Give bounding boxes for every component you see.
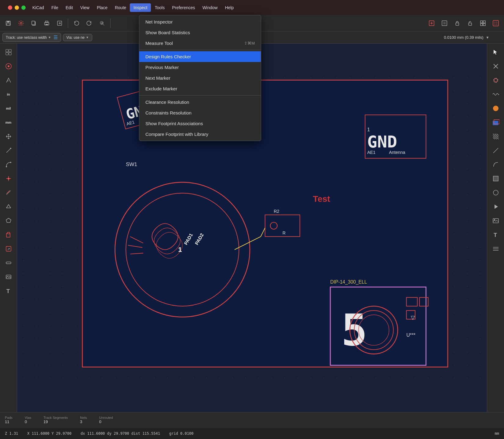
mm-unit-button[interactable]: in <box>2 88 15 101</box>
component-tool-button[interactable]: ↗ <box>2 242 15 256</box>
chip-button[interactable] <box>489 74 502 87</box>
drc-tool-button[interactable] <box>2 60 15 73</box>
menu-place[interactable]: Place <box>93 3 111 12</box>
track-width-selector[interactable]: Track: use netclass width ▼ ☰ <box>2 33 61 42</box>
inspect-dropdown-menu: Net Inspector Show Board Statistics Meas… <box>139 15 261 141</box>
undo-button[interactable] <box>71 17 82 29</box>
move-tool-button[interactable] <box>2 130 15 143</box>
svg-line-107 <box>493 137 495 139</box>
wave-button[interactable] <box>489 88 502 101</box>
svg-rect-19 <box>480 24 483 26</box>
orange-circle-button[interactable] <box>489 102 502 115</box>
zoom-fit-button[interactable] <box>426 17 437 29</box>
polygon-tool-button[interactable] <box>2 214 15 227</box>
menu-next-marker[interactable]: Next Marker <box>139 73 261 83</box>
pad-tool-button[interactable] <box>2 256 15 270</box>
svg-point-3 <box>20 22 22 24</box>
menu-compare-footprint[interactable]: Compare Footprint with Library <box>139 129 261 140</box>
mil-unit-button[interactable]: mil <box>2 102 15 115</box>
svg-text:1: 1 <box>178 245 182 253</box>
line-tool-button[interactable] <box>489 144 502 157</box>
image-button[interactable] <box>489 214 502 227</box>
circle-tool-button[interactable] <box>489 186 502 199</box>
select-tool-button[interactable] <box>2 45 15 59</box>
paste-tool-button[interactable] <box>2 228 15 241</box>
unlock-button[interactable] <box>464 17 476 29</box>
image-tool-button[interactable] <box>2 270 15 284</box>
list-icon: ☰ <box>53 34 58 40</box>
chevron-down-icon-2: ▼ <box>86 36 89 39</box>
menu-kicad[interactable]: KiCad <box>29 3 48 12</box>
menu-show-footprint-assoc[interactable]: Show Footprint Associations <box>139 118 261 129</box>
close-button[interactable] <box>8 5 12 10</box>
separator-1 <box>68 19 68 28</box>
select-button[interactable] <box>439 17 450 29</box>
rectangle-button[interactable] <box>489 172 502 185</box>
arrow-right-button[interactable] <box>489 200 502 213</box>
menu-constraints-resolution[interactable]: Constraints Resolution <box>139 107 261 118</box>
pcb-layer-button[interactable] <box>489 116 502 129</box>
minimize-button[interactable] <box>15 5 19 10</box>
menu-exclude-marker[interactable]: Exclude Marker <box>139 83 261 94</box>
menu-drc[interactable]: Design Rules Checker <box>139 51 261 62</box>
via-size-selector[interactable]: Via: use ne ▼ <box>63 34 92 41</box>
menu-board-statistics[interactable]: Show Board Statistics <box>139 27 261 38</box>
menu-route[interactable]: Route <box>111 3 130 12</box>
svg-line-104 <box>495 134 499 137</box>
menu-view[interactable]: View <box>77 3 93 12</box>
settings-button[interactable] <box>15 17 27 29</box>
menu-tools[interactable]: Tools <box>151 3 168 12</box>
draw-tool-button[interactable] <box>2 144 15 157</box>
lock-button[interactable] <box>451 17 463 29</box>
menu-clearance-resolution[interactable]: Clearance Resolution <box>139 97 261 107</box>
svg-rect-5 <box>32 21 35 25</box>
grid-button[interactable] <box>477 17 489 29</box>
svg-line-106 <box>493 136 497 139</box>
menu-net-inspector[interactable]: Net Inspector <box>139 16 261 27</box>
nets-label: Nets <box>80 416 87 419</box>
svg-line-108 <box>493 148 498 153</box>
svg-rect-18 <box>483 21 485 23</box>
copy-button[interactable] <box>28 17 40 29</box>
menu-previous-marker[interactable]: Previous Marker <box>139 62 261 73</box>
svg-text:AE1: AE1 <box>367 150 375 155</box>
print-button[interactable] <box>41 17 53 29</box>
fill-tool-button[interactable] <box>2 200 15 213</box>
svg-marker-111 <box>495 205 498 209</box>
unrouted-stat: Unrouted 0 <box>99 416 113 424</box>
coordbar: Z 1.31 X 111.6000 Y 29.9700 dx 111.6000 … <box>0 427 504 439</box>
pcb-editor-button[interactable] <box>490 17 502 29</box>
svg-rect-1 <box>7 21 9 23</box>
search-button[interactable]: @ <box>96 17 108 29</box>
cursor-tool-button[interactable] <box>489 45 502 59</box>
svg-text:θ: θ <box>7 80 9 82</box>
cross-tool-button[interactable] <box>489 60 502 73</box>
hatch-button[interactable] <box>489 130 502 143</box>
arc-tool-button[interactable] <box>489 158 502 171</box>
route-tool-button[interactable] <box>2 158 15 171</box>
menubar: KiCad File Edit View Place Route Inspect… <box>0 0 504 15</box>
menu-help[interactable]: Help <box>221 3 237 12</box>
net-tool-button[interactable] <box>2 172 15 185</box>
nets-value: 3 <box>80 419 82 424</box>
svg-rect-109 <box>493 176 498 181</box>
export-button[interactable] <box>54 17 65 29</box>
menu-measure-tool[interactable]: Measure Tool ⇧⌘M <box>139 38 261 49</box>
redo-button[interactable] <box>83 17 95 29</box>
measure-shortcut: ⇧⌘M <box>244 41 255 45</box>
svg-rect-17 <box>480 21 483 23</box>
save-button[interactable] <box>2 17 14 29</box>
maximize-button[interactable] <box>21 5 26 10</box>
menu-file[interactable]: File <box>48 3 62 12</box>
menu-edit[interactable]: Edit <box>62 3 77 12</box>
text-tool-button[interactable]: T <box>2 284 15 298</box>
menu-window[interactable]: Window <box>199 3 221 12</box>
menu-inspect[interactable]: Inspect <box>130 3 151 12</box>
text-right-button[interactable]: T <box>489 228 502 241</box>
lines-button[interactable] <box>489 242 502 256</box>
angle-tool-button[interactable]: θ <box>2 74 15 87</box>
menu-preferences[interactable]: Preferences <box>168 3 199 12</box>
mm-unit-button-2[interactable]: mm <box>2 116 15 129</box>
via-tool-button[interactable] <box>2 186 15 199</box>
svg-rect-46 <box>6 262 11 264</box>
